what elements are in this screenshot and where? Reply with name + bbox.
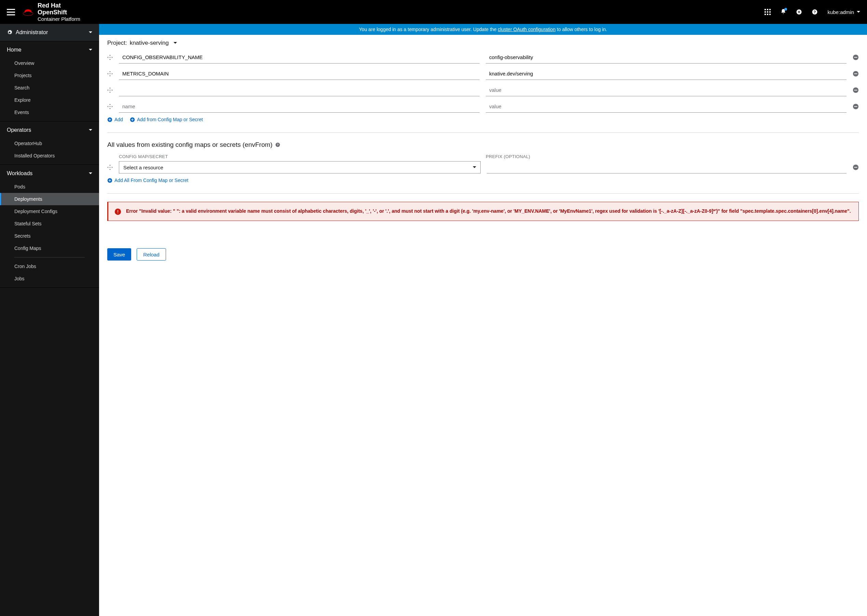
envfrom-section-title: All values from existing config maps or … [107,141,859,149]
save-button[interactable]: Save [107,248,131,261]
nav-item-events[interactable]: Events [0,106,99,118]
error-message: Error "Invalid value: " ": a valid envir… [126,207,851,215]
plus-circle-icon [130,117,135,122]
nav-item-stateful-sets[interactable]: Stateful Sets [0,217,99,230]
remove-row-icon[interactable] [853,71,859,77]
remove-row-icon[interactable] [853,87,859,93]
nav-item-search[interactable]: Search [0,82,99,94]
env-name-input[interactable] [119,101,480,113]
brand-vendor: Red Hat [38,2,61,9]
column-header-prefix: PREFIX (OPTIONAL) [486,154,847,159]
env-value-input[interactable] [486,51,847,63]
drag-handle-icon[interactable] [107,71,113,77]
nav-item-explore[interactable]: Explore [0,94,99,106]
nav-section-home[interactable]: Home [0,41,99,57]
brand-product: OpenShift [38,9,67,16]
nav-item-deployment-configs[interactable]: Deployment Configs [0,205,99,217]
reload-button[interactable]: Reload [137,248,166,261]
drag-handle-icon[interactable] [107,87,113,93]
info-banner: You are logged in as a temporary adminis… [99,24,867,35]
perspective-switcher[interactable]: Administrator [0,24,99,41]
username: kube:admin [828,9,854,15]
prefix-input[interactable] [487,161,847,173]
project-selector[interactable]: Project: knative-serving [99,35,867,51]
env-name-input[interactable] [119,68,480,80]
caret-down-icon [89,31,92,34]
remove-row-icon[interactable] [853,104,859,110]
nav-item-jobs[interactable]: Jobs [0,272,99,285]
env-var-row [107,68,859,80]
notification-dot [784,8,787,11]
plus-circle-icon [107,117,112,122]
column-header-configmap: CONFIG MAP/SECRET [119,154,480,159]
main-content: You are logged in as a temporary adminis… [99,24,867,616]
env-var-row [107,84,859,96]
add-from-configmap-button[interactable]: Add from Config Map or Secret [130,117,203,122]
nav-item-secrets[interactable]: Secrets [0,230,99,242]
remove-row-icon[interactable] [853,164,859,170]
nav-item-projects[interactable]: Projects [0,69,99,82]
env-name-input[interactable] [119,84,480,96]
nav-item-operatorhub[interactable]: OperatorHub [0,137,99,149]
app-launcher-icon[interactable] [765,9,771,15]
drag-handle-icon[interactable] [107,104,113,109]
add-all-from-button[interactable]: Add All From Config Map or Secret [107,178,188,183]
project-name: knative-serving [130,39,169,46]
hamburger-menu-icon[interactable] [7,8,15,16]
user-menu[interactable]: kube:admin [828,9,860,15]
caret-down-icon [857,10,860,14]
nav-item-cron-jobs[interactable]: Cron Jobs [0,260,99,272]
env-value-input[interactable] [486,68,847,80]
env-var-row [107,51,859,63]
add-env-button[interactable]: Add [107,117,123,122]
plus-circle-icon [107,178,112,183]
chevron-down-icon [89,48,92,52]
brand-logo[interactable]: Red Hat OpenShift Container Platform [22,2,80,22]
perspective-label: Administrator [16,29,48,36]
caret-down-icon [173,41,177,45]
caret-down-icon [473,166,476,169]
nav-item-config-maps[interactable]: Config Maps [0,242,99,255]
drag-handle-icon[interactable] [107,165,113,170]
sidebar: Administrator HomeOverviewProjectsSearch… [0,24,99,616]
nav-item-overview[interactable]: Overview [0,57,99,69]
nav-divider [14,257,85,258]
nav-item-deployments[interactable]: Deployments [0,193,99,205]
env-value-input[interactable] [486,101,847,113]
redhat-fedora-icon [22,7,34,17]
chevron-down-icon [89,172,92,175]
nav-section-workloads[interactable]: Workloads [0,165,99,181]
masthead: Red Hat OpenShift Container Platform kub… [0,0,867,24]
divider [107,132,859,133]
notifications-button[interactable] [780,9,787,16]
help-icon[interactable] [275,142,280,147]
nav-section-operators[interactable]: Operators [0,121,99,137]
gear-icon [7,30,12,35]
error-alert: Error "Invalid value: " ": a valid envir… [107,202,859,221]
chevron-down-icon [89,128,92,132]
import-icon[interactable] [796,9,802,15]
oauth-config-link[interactable]: cluster OAuth configuration [498,27,555,32]
nav-item-pods[interactable]: Pods [0,181,99,193]
env-value-input[interactable] [486,84,847,96]
drag-handle-icon[interactable] [107,55,113,60]
brand-subtitle: Container Platform [38,16,80,22]
env-var-row [107,101,859,113]
nav-item-installed-operators[interactable]: Installed Operators [0,149,99,162]
error-icon [115,208,121,215]
env-name-input[interactable] [119,51,480,63]
remove-row-icon[interactable] [853,54,859,60]
help-icon[interactable] [812,9,818,15]
resource-select[interactable]: Select a resource [119,161,481,173]
